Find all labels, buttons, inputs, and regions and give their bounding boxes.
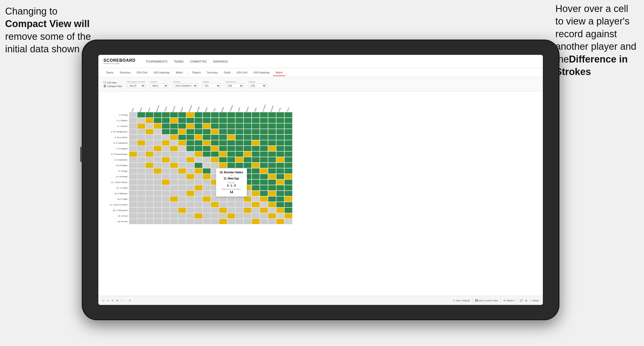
matrix-cell[interactable] — [203, 185, 211, 191]
tab-h2h-grid-left[interactable]: H2H Grid — [134, 70, 150, 76]
matrix-cell[interactable] — [276, 213, 284, 219]
matrix-cell[interactable] — [137, 112, 145, 118]
matrix-cell[interactable] — [276, 123, 284, 129]
view-original-btn[interactable]: ⊙ View: Original — [453, 299, 470, 302]
matrix-cell[interactable] — [235, 202, 243, 207]
matrix-cell[interactable] — [243, 129, 252, 134]
matrix-cell[interactable] — [186, 163, 194, 168]
matrix-cell[interactable] — [235, 163, 243, 168]
matrix-cell[interactable] — [129, 179, 137, 185]
matrix-cell[interactable] — [186, 140, 194, 146]
matrix-cell[interactable] — [268, 185, 276, 191]
matrix-cell[interactable] — [137, 146, 145, 151]
matrix-cell[interactable] — [252, 207, 260, 213]
matrix-cell[interactable] — [260, 146, 268, 151]
matrix-cell[interactable] — [178, 202, 186, 207]
matrix-cell[interactable] — [203, 163, 211, 168]
matrix-cell[interactable] — [154, 134, 162, 140]
matrix-cell[interactable] — [137, 118, 145, 123]
matrix-cell[interactable] — [219, 202, 227, 207]
matrix-cell[interactable] — [227, 134, 235, 140]
grid-btn[interactable]: ⊞ — [525, 299, 527, 302]
matrix-cell[interactable] — [284, 112, 292, 118]
matrix-cell[interactable] — [211, 129, 219, 134]
matrix-cell[interactable] — [194, 151, 203, 157]
matrix-cell[interactable] — [243, 140, 252, 146]
matrix-cell[interactable] — [276, 207, 284, 213]
matrix-cell[interactable] — [186, 134, 194, 140]
matrix-cell[interactable] — [243, 219, 252, 224]
matrix-cell[interactable] — [178, 118, 186, 123]
matrix-cell[interactable] — [284, 207, 292, 213]
matrix-cell[interactable] — [162, 219, 170, 224]
matrix-cell[interactable] — [162, 134, 170, 140]
matrix-cell[interactable] — [235, 146, 243, 151]
undo-btn[interactable]: ↩ — [102, 299, 104, 302]
zoom-in-btn[interactable]: + — [121, 299, 122, 302]
matrix-cell[interactable] — [154, 163, 162, 168]
matrix-cell[interactable] — [260, 196, 268, 202]
redo-btn[interactable]: ↪ — [107, 299, 109, 302]
tab-h2h-heatmap-left[interactable]: H2H Heatmap — [151, 70, 172, 76]
matrix-cell[interactable] — [243, 112, 252, 118]
matrix-cell[interactable] — [227, 213, 235, 219]
matrix-cell[interactable] — [235, 112, 243, 118]
matrix-cell[interactable] — [203, 179, 211, 185]
matrix-cell[interactable] — [162, 157, 170, 163]
matrix-cell[interactable] — [129, 112, 137, 118]
matrix-cell[interactable] — [276, 140, 284, 146]
matrix-cell[interactable] — [129, 123, 137, 129]
matrix-cell[interactable] — [137, 213, 145, 219]
matrix-cell[interactable] — [186, 168, 194, 174]
matrix-cell[interactable] — [284, 129, 292, 134]
matrix-cell[interactable] — [170, 219, 178, 224]
matrix-cell[interactable] — [186, 213, 194, 219]
matrix-cell[interactable] — [219, 157, 227, 163]
matrix-cell[interactable] — [284, 202, 292, 207]
tab-h2h-grid-right[interactable]: H2H Grid — [234, 70, 250, 76]
matrix-cell[interactable] — [154, 179, 162, 185]
matrix-cell[interactable] — [203, 134, 211, 140]
matrix-cell[interactable] — [219, 151, 227, 157]
matrix-cell[interactable] — [154, 157, 162, 163]
matrix-cell[interactable] — [203, 146, 211, 151]
matrix-cell[interactable] — [243, 134, 252, 140]
matrix-cell[interactable] — [203, 118, 211, 123]
matrix-cell[interactable] — [268, 163, 276, 168]
matrix-cell[interactable] — [186, 196, 194, 202]
matrix-cell[interactable] — [129, 191, 137, 196]
matrix-cell[interactable] — [137, 219, 145, 224]
matrix-cell[interactable] — [260, 129, 268, 134]
matrix-cell[interactable] — [194, 163, 203, 168]
matrix-cell[interactable] — [145, 140, 154, 146]
matrix-cell[interactable] — [235, 118, 243, 123]
matrix-cell[interactable] — [284, 168, 292, 174]
matrix-cell[interactable] — [252, 202, 260, 207]
matrix-cell[interactable] — [219, 163, 227, 168]
matrix-cell[interactable] — [154, 191, 162, 196]
matrix-cell[interactable] — [211, 151, 219, 157]
matrix-cell[interactable] — [162, 207, 170, 213]
matrix-cell[interactable] — [260, 151, 268, 157]
matrix-cell[interactable] — [186, 219, 194, 224]
matrix-cell[interactable] — [227, 207, 235, 213]
matrix-cell[interactable] — [162, 196, 170, 202]
matrix-cell[interactable] — [211, 163, 219, 168]
full-view-radio[interactable] — [103, 81, 106, 84]
matrix-cell[interactable] — [211, 219, 219, 224]
matrix-cell[interactable] — [252, 185, 260, 191]
matrix-cell[interactable] — [243, 163, 252, 168]
matrix-cell[interactable] — [268, 123, 276, 129]
matrix-cell[interactable] — [235, 123, 243, 129]
matrix-cell[interactable] — [178, 146, 186, 151]
matrix-cell[interactable] — [243, 207, 252, 213]
matrix-cell[interactable] — [211, 157, 219, 163]
matrix-cell[interactable] — [252, 146, 260, 151]
matrix-cell[interactable] — [129, 174, 137, 179]
matrix-cell[interactable] — [268, 219, 276, 224]
matrix-cell[interactable] — [145, 168, 154, 174]
matrix-cell[interactable] — [129, 213, 137, 219]
matrix-cell[interactable] — [211, 213, 219, 219]
filter-division-select[interactable]: NCAA Division I — [173, 83, 197, 88]
matrix-cell[interactable] — [252, 134, 260, 140]
